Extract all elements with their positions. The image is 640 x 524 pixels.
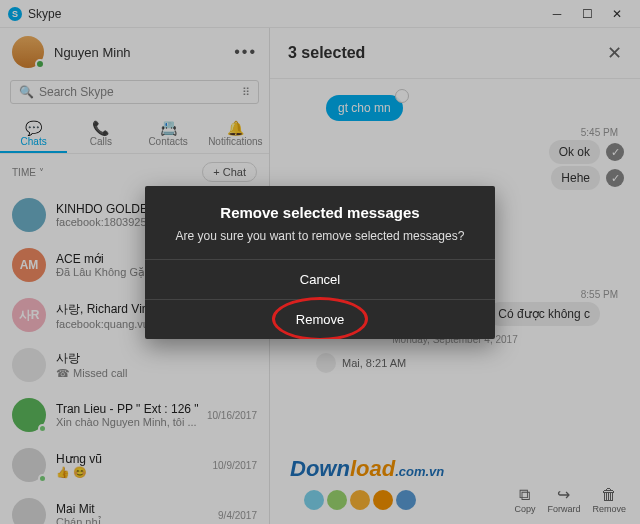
cancel-button[interactable]: Cancel	[145, 259, 495, 299]
modal-overlay: Remove selected messages Are you sure yo…	[0, 0, 640, 524]
confirm-remove-button[interactable]: Remove	[145, 299, 495, 339]
confirm-dialog: Remove selected messages Are you sure yo…	[145, 186, 495, 339]
dialog-message: Are you sure you want to remove selected…	[145, 229, 495, 259]
dialog-title: Remove selected messages	[145, 186, 495, 229]
